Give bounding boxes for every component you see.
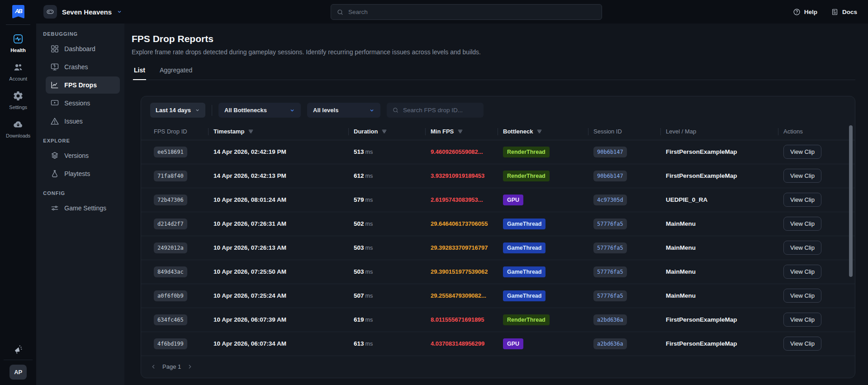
view-clip-button[interactable]: View Clip [783,193,821,207]
fps-drop-id-search[interactable] [387,103,484,118]
docs-link[interactable]: Docs [831,8,857,16]
column-header-inner: FPS Drop ID [154,128,204,135]
duration-unit: ms [365,317,373,323]
min-fps-value: 2.6195743083953... [431,196,483,203]
cell-duration: 612ms [348,164,425,188]
help-link[interactable]: Help [793,8,817,16]
duration-value: 579 [354,196,364,203]
fps-drop-id-chip: 2492012a [154,242,187,253]
view-clip-button[interactable]: View Clip [783,313,821,327]
table-row: 634fc46510 Apr 2026, 06:07:39 AM619ms8.0… [141,308,855,332]
column-header-fps-drop-id: FPS Drop ID [141,124,208,140]
column-header-inner: Bottleneck [503,128,584,135]
session-id-chip[interactable]: 90b6b147 [593,147,627,157]
cell-session-id: 90b6b147 [588,140,660,164]
column-header-min-fps[interactable]: Min FPS [425,124,498,140]
sort-icon[interactable] [457,128,463,134]
fps-drop-id-search-input[interactable] [403,107,478,114]
sort-icon[interactable] [381,128,387,134]
session-id-chip[interactable]: 57776fa5 [593,219,627,229]
cell-actions: View Clip [778,212,855,236]
session-id-chip[interactable]: 57776fa5 [593,242,627,253]
tab-bar: ListAggregated [132,64,855,80]
section-gap [42,183,120,190]
sidebar-item-crashes[interactable]: Crashes [46,58,120,76]
chevron-down-icon [369,108,375,113]
duration-unit: ms [365,197,373,203]
avatar[interactable]: AP [9,365,27,380]
duration-unit: ms [365,149,373,155]
column-header-timestamp[interactable]: Timestamp [208,124,348,140]
duration-unit: ms [365,269,373,275]
view-clip-button[interactable]: View Clip [783,241,821,255]
view-clip-button[interactable]: View Clip [783,169,821,183]
duration-value: 507 [354,292,364,299]
session-id-chip[interactable]: 57776fa5 [593,266,627,277]
app-logo[interactable]: AB [0,5,37,19]
cell-actions: View Clip [778,140,855,164]
cell-level-map: MainMenu [660,212,778,236]
icon-rail: HealthAccountSettingsDownloads AP [0,24,36,385]
session-monitor-icon [50,99,59,108]
page-indicator: Page 1 [162,363,181,370]
duration-unit: ms [365,245,373,251]
main-content: FPS Drop Reports Explore frame rate drop… [124,24,868,385]
level-filter[interactable]: All levels [307,103,380,118]
sidebar-item-dashboard[interactable]: Dashboard [46,40,120,57]
sidebar-item-sessions[interactable]: Sessions [46,95,120,112]
game-selector[interactable]: Seven Heavens [43,5,122,19]
global-search[interactable] [331,4,602,20]
session-id-chip[interactable]: 57776fa5 [593,290,627,301]
sidebar-item-versions[interactable]: Versions [46,147,120,164]
chevron-down-icon [289,108,295,113]
view-clip-button[interactable]: View Clip [783,337,821,351]
next-page-button[interactable] [186,363,193,370]
min-fps-value: 9.4609260559082... [431,148,483,155]
column-header-duration[interactable]: Duration [348,124,425,140]
rail-item-health[interactable]: Health [2,29,34,57]
cell-min-fps: 3.932910919189453 [425,164,498,188]
session-id-chip[interactable]: a2bd636a [593,338,627,349]
sidebar-item-fps-drops[interactable]: FPS Drops [46,76,120,94]
sort-icon[interactable] [248,128,254,134]
crash-monitor-icon [50,62,59,71]
cell-timestamp: 14 Apr 2026, 02:42:19 PM [208,140,348,164]
view-clip-button[interactable]: View Clip [783,217,821,231]
megaphone-icon[interactable] [8,340,28,360]
tab-list[interactable]: List [133,64,146,80]
prev-page-button[interactable] [150,363,157,370]
session-id-chip[interactable]: 4c97305d [593,195,627,205]
sidebar-item-issues[interactable]: Issues [46,113,120,130]
cell-min-fps: 8.011555671691895 [425,308,498,332]
bottleneck-badge: GameThread [503,242,545,253]
bottleneck-badge: GPU [503,195,523,205]
column-header-level-map: Level / Map [660,124,778,140]
rail-item-account[interactable]: Account [2,57,34,86]
session-id-chip[interactable]: 90b6b147 [593,171,627,181]
table-scrollbar-thumb[interactable] [849,125,853,277]
level-filter-value: All levels [313,107,338,114]
cell-level-map: MainMenu [660,236,778,260]
sidebar-item-game-settings[interactable]: Game Settings [46,200,120,217]
date-range-filter[interactable]: Last 14 days [150,103,205,118]
rail-item-downloads[interactable]: Downloads [2,114,34,143]
fps-drops-table: FPS Drop IDTimestampDurationMin FPSBottl… [141,124,855,356]
column-header-bottleneck[interactable]: Bottleneck [498,124,588,140]
tab-aggregated[interactable]: Aggregated [159,64,193,80]
global-search-input[interactable] [348,9,596,15]
column-label: FPS Drop ID [154,128,187,135]
session-id-chip[interactable]: a2bd636a [593,314,627,325]
view-clip-button[interactable]: View Clip [783,265,821,279]
column-header-inner: Duration [354,128,422,135]
table-row: 72b4730610 Apr 2026, 08:01:24 AM579ms2.6… [141,188,855,212]
level-map-value: MainMenu [666,220,696,227]
table-row: 4f6bd19910 Apr 2026, 06:07:34 AM613ms4.0… [141,332,855,356]
cell-session-id: 57776fa5 [588,212,660,236]
rail-item-settings[interactable]: Settings [2,86,34,114]
bottleneck-filter[interactable]: All Bottlenecks [218,103,301,118]
view-clip-button[interactable]: View Clip [783,145,821,159]
sort-icon[interactable] [536,128,542,134]
cell-session-id: 57776fa5 [588,260,660,284]
sidebar-item-playtests[interactable]: Playtests [46,165,120,182]
view-clip-button[interactable]: View Clip [783,289,821,303]
